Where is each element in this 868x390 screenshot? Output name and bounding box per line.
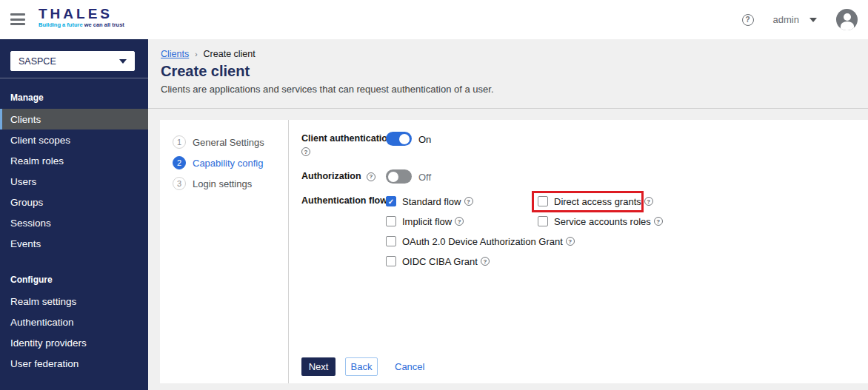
wizard-step-capability-config[interactable]: 2 Capability config bbox=[160, 152, 288, 173]
wizard-step-general-settings[interactable]: 1 General Settings bbox=[160, 132, 288, 152]
checkbox-standard-flow: ✓ Standard flow? bbox=[386, 194, 473, 209]
client-authentication-toggle[interactable] bbox=[386, 132, 412, 146]
breadcrumb: Clients › Create client bbox=[161, 49, 256, 59]
checkbox-service-accounts-roles: Service accounts roles? bbox=[538, 214, 663, 229]
breadcrumb-separator: › bbox=[195, 50, 197, 58]
checkbox-label: OIDC CIBA Grant bbox=[402, 256, 478, 267]
checkbox-label: Service accounts roles bbox=[554, 216, 651, 227]
chevron-down-icon bbox=[809, 18, 817, 22]
authorization-label: Authorization ? bbox=[301, 171, 375, 181]
sidebar-item-events[interactable]: Events bbox=[0, 233, 148, 254]
checkbox-implicit-flow: Implicit flow? bbox=[386, 214, 464, 229]
brand-name: THALES bbox=[39, 7, 124, 21]
sidebar-item-sessions[interactable]: Sessions bbox=[0, 212, 148, 233]
checkbox-unchecked-icon[interactable] bbox=[538, 216, 548, 226]
page-title: Create client bbox=[161, 63, 250, 80]
authorization-state: Off bbox=[418, 172, 431, 183]
sidebar-item-users[interactable]: Users bbox=[0, 171, 148, 192]
checkbox-direct-access-grants: Direct access grants? bbox=[538, 194, 653, 209]
wizard-steps-nav: 1 General Settings 2 Capability config 3… bbox=[160, 120, 289, 383]
client-authentication-label: Client authentication bbox=[301, 133, 393, 144]
topbar: THALES Building a future we can all trus… bbox=[0, 0, 868, 39]
checkbox-label: Implicit flow bbox=[402, 216, 452, 227]
page-header: Clients › Create client Create client Cl… bbox=[148, 39, 868, 109]
standard-flow-help-icon[interactable]: ? bbox=[464, 197, 473, 206]
checkbox-label: Standard flow bbox=[402, 196, 461, 207]
oidc-ciba-grant-help-icon[interactable]: ? bbox=[481, 257, 490, 266]
sidebar-item-authentication[interactable]: Authentication bbox=[0, 312, 148, 332]
user-menu[interactable]: admin bbox=[773, 14, 817, 25]
wizard-step-login-settings[interactable]: 3 Login settings bbox=[160, 173, 288, 194]
user-name: admin bbox=[773, 14, 799, 25]
sidebar-divider bbox=[0, 78, 148, 78]
cancel-button[interactable]: Cancel bbox=[395, 361, 424, 372]
app-window: THALES Building a future we can all trus… bbox=[0, 0, 868, 390]
checkbox-label: Direct access grants bbox=[554, 196, 641, 207]
checkbox-unchecked-icon[interactable] bbox=[386, 216, 396, 226]
sidebar-item-identity-providers[interactable]: Identity providers bbox=[0, 332, 148, 353]
step-label: Capability config bbox=[193, 158, 263, 169]
checkbox-oauth-device-grant: OAuth 2.0 Device Authorization Grant? bbox=[386, 234, 575, 249]
client-authentication-help-icon[interactable]: ? bbox=[301, 147, 310, 156]
checkbox-unchecked-icon[interactable] bbox=[538, 196, 548, 206]
step-label: General Settings bbox=[193, 137, 264, 148]
authentication-flow-label: Authentication flow bbox=[301, 195, 387, 206]
checkbox-unchecked-icon[interactable] bbox=[386, 236, 396, 246]
sidebar: SASPCE Manage Clients Client scopes Real… bbox=[0, 39, 148, 390]
sidebar-nav: Manage Clients Client scopes Realm roles… bbox=[0, 85, 148, 374]
oauth-device-grant-help-icon[interactable]: ? bbox=[566, 237, 575, 246]
nav-section-configure: Configure bbox=[0, 267, 148, 291]
sidebar-item-realm-roles[interactable]: Realm roles bbox=[0, 150, 148, 171]
step-number: 1 bbox=[173, 135, 186, 149]
implicit-flow-help-icon[interactable]: ? bbox=[455, 217, 464, 226]
step-number: 3 bbox=[173, 177, 186, 190]
hamburger-menu-icon[interactable] bbox=[10, 13, 25, 25]
help-icon[interactable]: ? bbox=[742, 14, 754, 26]
sidebar-item-clients[interactable]: Clients bbox=[0, 109, 148, 130]
sidebar-item-client-scopes[interactable]: Client scopes bbox=[0, 130, 148, 150]
sidebar-item-groups[interactable]: Groups bbox=[0, 192, 148, 212]
caret-down-icon bbox=[119, 59, 127, 64]
service-accounts-roles-help-icon[interactable]: ? bbox=[654, 217, 663, 226]
sidebar-item-realm-settings[interactable]: Realm settings bbox=[0, 291, 148, 312]
avatar[interactable] bbox=[836, 9, 858, 30]
authorization-help-icon[interactable]: ? bbox=[367, 172, 375, 181]
brand-tagline: Building a future we can all trust bbox=[39, 21, 124, 28]
breadcrumb-current: Create client bbox=[204, 49, 256, 59]
breadcrumb-clients-link[interactable]: Clients bbox=[161, 49, 189, 59]
next-button[interactable]: Next bbox=[301, 357, 335, 376]
client-authentication-state: On bbox=[418, 134, 431, 145]
realm-selector-dropdown[interactable]: SASPCE bbox=[10, 51, 135, 71]
nav-section-manage: Manage bbox=[0, 85, 148, 109]
checkbox-unchecked-icon[interactable] bbox=[386, 256, 396, 266]
direct-access-grants-help-icon[interactable]: ? bbox=[644, 197, 653, 206]
create-client-card: 1 General Settings 2 Capability config 3… bbox=[160, 120, 868, 383]
realm-selector-value: SASPCE bbox=[19, 56, 56, 67]
checkbox-oidc-ciba-grant: OIDC CIBA Grant? bbox=[386, 254, 490, 269]
authorization-toggle[interactable] bbox=[386, 169, 412, 184]
sidebar-item-user-federation[interactable]: User federation bbox=[0, 353, 148, 374]
checkbox-label: OAuth 2.0 Device Authorization Grant bbox=[402, 236, 563, 247]
step-label: Login settings bbox=[193, 178, 252, 189]
checkbox-checked-icon[interactable]: ✓ bbox=[386, 196, 396, 206]
step-number: 2 bbox=[173, 156, 186, 169]
thales-logo: THALES Building a future we can all trus… bbox=[39, 7, 124, 28]
back-button[interactable]: Back bbox=[345, 357, 378, 376]
page-subtitle: Clients are applications and services th… bbox=[161, 84, 494, 95]
